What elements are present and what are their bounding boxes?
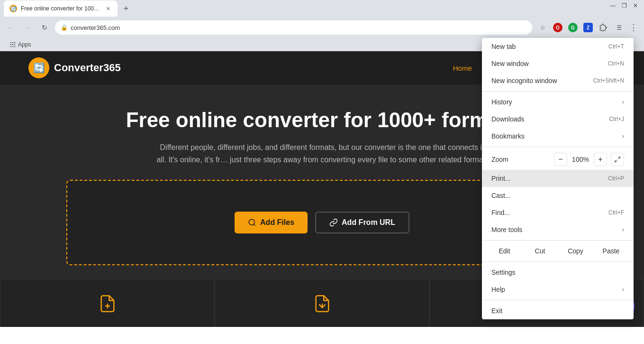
menu-divider-5 [482, 300, 634, 300]
menu-bookmarks[interactable]: Bookmarks › [482, 128, 634, 145]
menu-divider-1 [482, 91, 634, 92]
menu-find-label: Find... [491, 209, 510, 216]
menu-incognito-shortcut: Ctrl+Shift+N [593, 77, 624, 84]
hero-subtitle: Different people, different jobs, and di… [156, 141, 488, 166]
menu-new-tab[interactable]: New tab Ctrl+T [482, 38, 634, 55]
menu-help-arrow: › [622, 286, 624, 293]
edit-button[interactable]: Edit [488, 244, 521, 258]
svg-point-11 [14, 44, 15, 45]
zoom-out-button[interactable]: − [554, 153, 567, 166]
menu-find-shortcut: Ctrl+F [608, 209, 624, 216]
lock-icon: 🔒 [61, 24, 68, 31]
cut-button[interactable]: Cut [523, 244, 557, 258]
menu-print[interactable]: Print... Ctrl+P [482, 170, 634, 187]
zoom-in-button[interactable]: + [594, 153, 607, 166]
menu-new-tab-label: New tab [491, 43, 516, 50]
site-logo[interactable]: 🔄 Converter365 [28, 57, 121, 78]
zoom-control: − 100% + [554, 153, 624, 166]
tab-title: Free online converter for 1000+ f [21, 5, 100, 12]
zoom-fullscreen-button[interactable] [611, 153, 624, 166]
menu-print-shortcut: Ctrl+P [608, 175, 624, 182]
menu-new-window[interactable]: New window Ctrl+N [482, 55, 634, 72]
tab-favicon: 🔄 [9, 5, 17, 12]
close-button[interactable]: ✕ [633, 3, 638, 9]
logo-text: Converter365 [54, 62, 121, 74]
menu-cast[interactable]: Cast... [482, 187, 634, 204]
refresh-button[interactable]: ↻ [38, 21, 51, 34]
svg-point-14 [14, 46, 15, 46]
nav-home[interactable]: Home [453, 64, 472, 72]
menu-downloads-shortcut: Ctrl+J [609, 116, 624, 122]
svg-point-10 [12, 44, 13, 45]
new-tab-button[interactable]: + [119, 2, 133, 15]
tab-close-button[interactable]: ✕ [104, 5, 112, 12]
add-files-icon [248, 218, 256, 227]
maximize-button[interactable]: ❐ [621, 3, 627, 9]
extensions-button[interactable] [597, 21, 610, 34]
card-1 [0, 279, 215, 327]
apps-label: Apps [18, 41, 31, 48]
menu-settings[interactable]: Settings [482, 264, 634, 281]
apps-bookmark[interactable]: Apps [6, 40, 35, 49]
menu-new-tab-shortcut: Ctrl+T [608, 43, 624, 50]
star-button[interactable]: ☆ [536, 21, 549, 34]
card-1-icon [98, 294, 117, 317]
logo-icon: 🔄 [28, 57, 49, 78]
menu-divider-4 [482, 261, 634, 262]
svg-point-6 [10, 42, 11, 43]
svg-point-13 [12, 46, 13, 46]
add-files-button[interactable]: Add Files [235, 212, 308, 233]
menu-print-label: Print... [491, 175, 510, 182]
address-bar[interactable]: 🔒 converter365.com [55, 20, 532, 35]
menu-exit-label: Exit [491, 307, 502, 315]
menu-help-label: Help [491, 286, 505, 293]
menu-settings-label: Settings [491, 269, 516, 276]
menu-incognito-label: New incognito window [491, 77, 557, 84]
menu-more-tools-arrow: › [622, 226, 624, 233]
zoom-value: 100% [571, 156, 590, 163]
menu-find[interactable]: Find... Ctrl+F [482, 204, 634, 221]
chrome-menu-button[interactable]: ⋮ [627, 21, 640, 34]
chrome-dropdown-menu: New tab Ctrl+T New window Ctrl+N New inc… [482, 38, 634, 319]
green-extension-icon[interactable]: G [566, 21, 580, 34]
svg-line-22 [618, 157, 620, 159]
svg-line-23 [615, 160, 617, 162]
opera-extension-icon[interactable]: O [551, 21, 564, 34]
menu-incognito[interactable]: New incognito window Ctrl+Shift+N [482, 72, 634, 89]
menu-help[interactable]: Help › [482, 281, 634, 298]
menu-zoom: Zoom − 100% + [482, 149, 634, 170]
svg-line-16 [254, 224, 255, 226]
blue-extension-icon[interactable]: Z [581, 21, 595, 34]
playlist-button[interactable] [612, 21, 625, 34]
add-url-icon [329, 218, 338, 227]
menu-exit[interactable]: Exit [482, 302, 634, 319]
svg-point-7 [12, 42, 13, 43]
menu-divider-3 [482, 240, 634, 241]
back-button[interactable]: ← [4, 21, 17, 34]
menu-zoom-label: Zoom [491, 156, 508, 163]
card-2 [215, 279, 429, 327]
menu-downloads-label: Downloads [491, 115, 524, 123]
menu-divider-2 [482, 147, 634, 147]
menu-downloads[interactable]: Downloads Ctrl+J [482, 111, 634, 128]
svg-point-15 [249, 219, 254, 225]
menu-more-tools[interactable]: More tools › [482, 221, 634, 238]
svg-point-8 [14, 42, 15, 43]
menu-history-label: History [491, 98, 512, 106]
menu-bookmarks-arrow: › [622, 133, 624, 139]
menu-history[interactable]: History › [482, 93, 634, 111]
active-tab[interactable]: 🔄 Free online converter for 1000+ f ✕ [4, 0, 118, 17]
copy-button[interactable]: Copy [559, 244, 592, 258]
menu-bookmarks-label: Bookmarks [491, 132, 525, 140]
card-2-icon [313, 294, 332, 317]
upload-buttons: Add Files Add From URL [235, 212, 409, 233]
menu-new-window-shortcut: Ctrl+N [608, 60, 624, 67]
menu-new-window-label: New window [491, 60, 529, 67]
minimize-button[interactable]: — [610, 3, 616, 9]
url-text: converter365.com [71, 24, 526, 31]
svg-point-9 [10, 44, 11, 45]
paste-button[interactable]: Paste [594, 244, 628, 258]
add-url-button[interactable]: Add From URL [315, 212, 409, 233]
menu-edit-section: Edit Cut Copy Paste [482, 242, 634, 260]
forward-button[interactable]: → [21, 21, 34, 34]
